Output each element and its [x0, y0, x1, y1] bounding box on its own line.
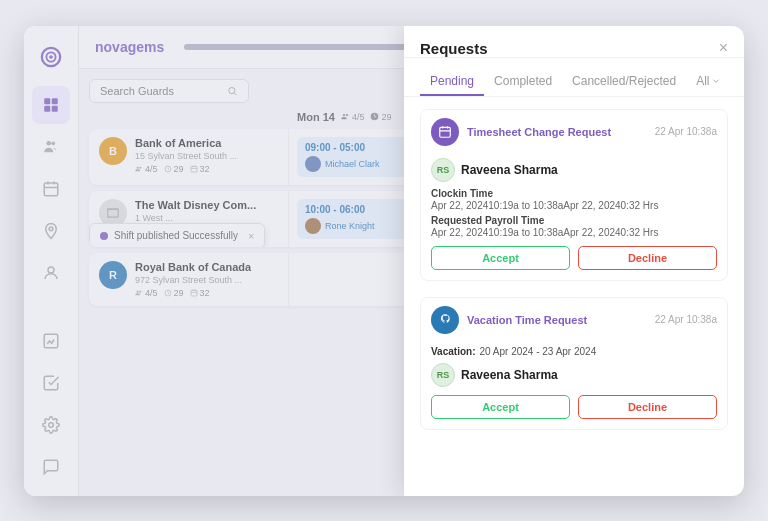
modal-header: Requests ×: [404, 26, 744, 58]
requester: RS Raveena Sharma: [431, 363, 717, 387]
modal-body: Timesheet Change Request 22 Apr 10:38a R…: [404, 97, 744, 496]
request-actions: Accept Decline: [431, 246, 717, 270]
modal-close-button[interactable]: ×: [719, 40, 728, 56]
requests-modal: Requests × Pending Completed Cancelled/R…: [404, 26, 744, 496]
payroll-label: Requested Payroll Time: [431, 215, 717, 226]
tab-pending[interactable]: Pending: [420, 68, 484, 96]
tab-completed[interactable]: Completed: [484, 68, 562, 96]
tab-all[interactable]: All: [686, 68, 731, 96]
vacation-range: Vacation: 20 Apr 2024 - 23 Apr 2024: [431, 346, 717, 357]
vacation-label: Vacation:: [431, 346, 475, 357]
accept-button[interactable]: Accept: [431, 395, 570, 419]
modal-tabs: Pending Completed Cancelled/Rejected All: [404, 68, 744, 97]
requester-avatar: RS: [431, 158, 455, 182]
requester: RS Raveena Sharma: [431, 158, 717, 182]
decline-button[interactable]: Decline: [578, 395, 717, 419]
request-title: Vacation Time Request: [467, 314, 647, 326]
request-timestamp: 22 Apr 10:38a: [655, 126, 717, 137]
request-timestamp: 22 Apr 10:38a: [655, 314, 717, 325]
tab-cancelled[interactable]: Cancelled/Rejected: [562, 68, 686, 96]
vacation-dates: 20 Apr 2024 - 23 Apr 2024: [479, 346, 596, 357]
clockin-value: Apr 22, 202410:19a to 10:38aApr 22, 2024…: [431, 200, 717, 211]
list-item: Timesheet Change Request 22 Apr 10:38a R…: [420, 109, 728, 281]
requester-name: Raveena Sharma: [461, 368, 558, 382]
list-item: Vacation Time Request 22 Apr 10:38a Vaca…: [420, 297, 728, 430]
request-card-header: Vacation Time Request 22 Apr 10:38a: [421, 298, 727, 340]
app-container: novagems Sched. Mon 14: [24, 26, 744, 496]
clockin-label: Clockin Time: [431, 188, 717, 199]
request-card-header: Timesheet Change Request 22 Apr 10:38a: [421, 110, 727, 152]
requester-avatar: RS: [431, 363, 455, 387]
request-body: RS Raveena Sharma Clockin Time Apr 22, 2…: [421, 152, 727, 280]
decline-button[interactable]: Decline: [578, 246, 717, 270]
accept-button[interactable]: Accept: [431, 246, 570, 270]
calendar-request-icon: [431, 118, 459, 146]
vacation-request-icon: [431, 306, 459, 334]
modal-title: Requests: [420, 40, 488, 57]
request-actions: Accept Decline: [431, 395, 717, 419]
svg-rect-22: [440, 127, 451, 137]
payroll-value: Apr 22, 202410:19a to 10:38aApr 22, 2024…: [431, 227, 717, 238]
requester-name: Raveena Sharma: [461, 163, 558, 177]
request-body: Vacation: 20 Apr 2024 - 23 Apr 2024 RS R…: [421, 340, 727, 429]
request-title: Timesheet Change Request: [467, 126, 647, 138]
